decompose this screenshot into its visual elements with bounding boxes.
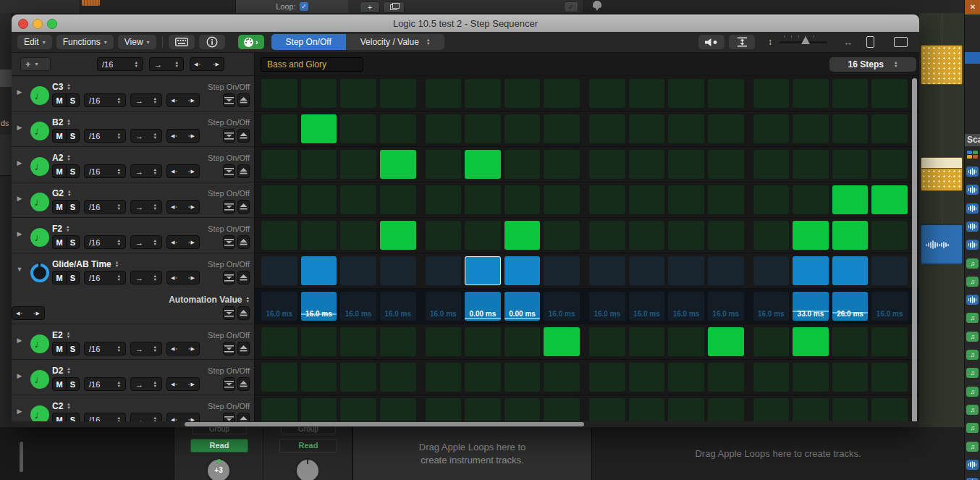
automation-cell[interactable]: 0.00 ms [465,292,501,321]
midi-loop-icon[interactable]: ♫ [966,258,979,269]
tab-step-on-off[interactable]: Step On/Off [271,34,346,50]
disclosure-triangle[interactable]: ▼ [12,257,28,289]
audio-loop-icon[interactable] [966,167,979,177]
step-cell[interactable] [301,256,337,285]
horizontal-scrollbar-thumb[interactable] [185,422,584,426]
automation-cell[interactable]: 16.0 ms [301,292,337,321]
zoom-slider[interactable] [780,39,827,45]
step-cell[interactable] [340,221,376,250]
audio-loop-icon[interactable] [966,240,979,250]
eject-icon[interactable] [237,377,250,391]
midi-loop-icon[interactable]: ♫ [966,405,979,415]
automation-cell[interactable]: 16.0 ms [629,292,665,321]
stepper-icon[interactable]: ▲▼ [150,239,157,246]
step-cell[interactable] [465,327,501,356]
stepper-icon[interactable]: ▲▼ [114,345,121,353]
mute-button[interactable]: M [52,200,66,214]
step-cell[interactable] [871,363,908,392]
step-cell[interactable] [793,185,829,214]
step-cell[interactable] [426,221,462,250]
solo-button[interactable]: S [66,93,80,107]
stepper-icon[interactable]: ▲▼ [67,332,70,339]
step-cell[interactable] [589,79,625,108]
disclosure-triangle[interactable]: ▶ [12,328,28,359]
step-cell[interactable] [261,221,297,250]
loop-pack-icon[interactable] [966,149,979,159]
midi-region-yellow[interactable] [921,45,963,85]
pattern-rate-control[interactable]: /16▲▼ [97,57,143,71]
row-note-name[interactable]: D2 [52,366,63,376]
row-rotate-control[interactable]: ◀▫▫▶ [166,129,200,143]
audio-loop-icon[interactable] [966,185,979,195]
step-cell[interactable] [832,221,869,250]
step-cell[interactable] [589,221,625,250]
step-cell[interactable] [871,185,908,214]
step-cell[interactable] [793,221,829,250]
automation-cell[interactable]: 0.00 ms [504,292,541,321]
step-cell[interactable] [589,114,625,143]
step-cell[interactable] [544,327,580,356]
window-titlebar[interactable]: Logic 10.5 test 2 - Step Sequencer [12,14,919,32]
stepper-icon[interactable]: ▲▼ [172,61,179,68]
step-cell[interactable] [465,150,501,179]
step-cell[interactable] [426,114,462,143]
eject-icon[interactable] [237,306,250,320]
row-direction-control[interactable]: →▲▼ [130,164,162,178]
automation-cell[interactable]: 16.0 ms [753,292,790,321]
row-direction-control[interactable]: →▲▼ [130,235,162,249]
loop-checkbox[interactable]: ✓ [300,2,308,11]
step-cell[interactable] [629,185,665,214]
step-cell[interactable] [301,221,337,250]
step-cell[interactable] [668,221,704,250]
slider-thumb[interactable] [801,36,810,44]
automation-cell[interactable]: 16.0 ms [708,292,744,321]
stepper-icon[interactable]: ▲▼ [114,239,121,246]
step-cell[interactable] [380,221,416,250]
step-cell[interactable] [380,363,416,392]
row-rotate-control[interactable]: ◀▫▫▶ [166,271,200,285]
automation-cell[interactable]: 16.0 ms [426,292,462,321]
step-cell[interactable] [340,327,376,356]
row-direction-control[interactable]: →▲▼ [130,93,162,107]
step-cell[interactable] [544,221,580,250]
eject-icon[interactable] [237,93,250,107]
row-rate-control[interactable]: /16▲▼ [84,377,126,391]
step-cell[interactable] [753,79,790,108]
row-collapse-icon[interactable] [223,164,235,178]
automation-read-button[interactable]: Read [190,439,248,452]
solo-button[interactable]: S [66,342,80,355]
step-cell[interactable] [708,221,744,250]
step-cell[interactable] [340,79,376,108]
step-cell[interactable] [708,327,744,356]
audio-region-blue[interactable] [921,224,963,264]
group-button[interactable]: Group [281,427,336,434]
row-note-name[interactable]: E2 [52,330,63,340]
mute-button[interactable]: M [52,235,66,249]
step-cell[interactable] [668,256,704,285]
automation-cell[interactable]: 16.0 ms [589,292,625,321]
step-cell[interactable] [871,150,908,179]
step-cell[interactable] [832,79,869,108]
step-cell[interactable] [589,327,625,356]
row-direction-control[interactable]: →▲▼ [130,129,162,143]
midi-region-yellow[interactable] [921,168,963,191]
automation-value-label[interactable]: Automation Value [169,295,242,305]
step-cell[interactable] [301,79,337,108]
automation-cell[interactable]: 16.0 ms [544,292,580,321]
step-cell[interactable] [380,114,416,143]
step-cell[interactable] [340,150,376,179]
step-cell[interactable] [301,150,337,179]
step-cell[interactable] [380,327,416,356]
midi-loop-icon[interactable]: ♫ [966,277,979,287]
step-cell[interactable] [793,79,829,108]
row-direction-control[interactable]: →▲▼ [130,200,162,214]
step-cell[interactable] [261,363,297,392]
row-note-name[interactable]: B2 [52,117,63,127]
step-cell[interactable] [629,79,665,108]
step-cell[interactable] [629,327,665,356]
stepper-icon[interactable]: ▲▼ [114,274,121,282]
step-cell[interactable] [668,114,704,143]
stepper-icon[interactable]: ▲▼ [114,203,121,211]
eject-icon[interactable] [237,342,250,355]
row-note-name[interactable]: C3 [52,82,63,92]
